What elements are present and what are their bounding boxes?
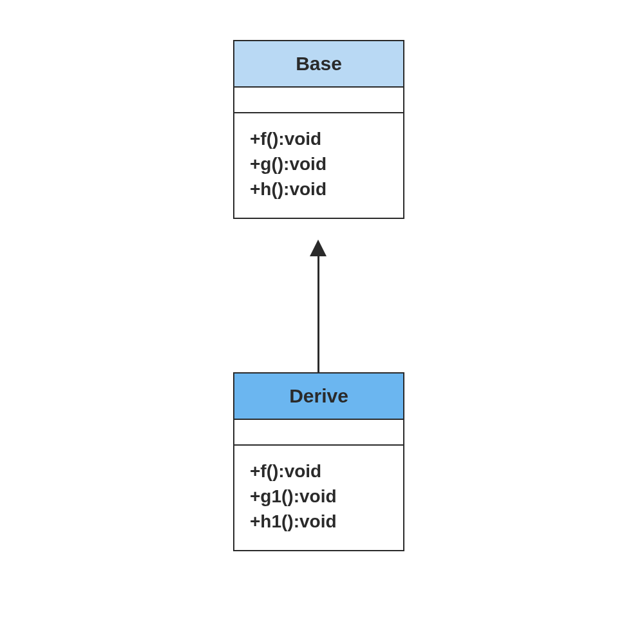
class-name-base: Base (234, 41, 403, 88)
method-line: +h1():void (250, 509, 388, 534)
class-attributes-derive (234, 420, 403, 446)
arrow-line (317, 254, 319, 372)
method-line: +g():void (250, 151, 388, 176)
class-methods-derive: +f():void +g1():void +h1():void (234, 446, 403, 550)
class-methods-base: +f():void +g():void +h():void (234, 113, 403, 218)
inheritance-arrow (317, 240, 321, 372)
method-line: +h():void (250, 176, 388, 202)
class-name-derive: Derive (234, 374, 403, 420)
method-line: +f():void (250, 126, 388, 151)
uml-class-base: Base +f():void +g():void +h():void (233, 40, 404, 219)
method-line: +g1():void (250, 484, 388, 509)
uml-class-derive: Derive +f():void +g1():void +h1():void (233, 372, 404, 551)
class-attributes-base (234, 88, 403, 113)
method-line: +f():void (250, 459, 388, 484)
